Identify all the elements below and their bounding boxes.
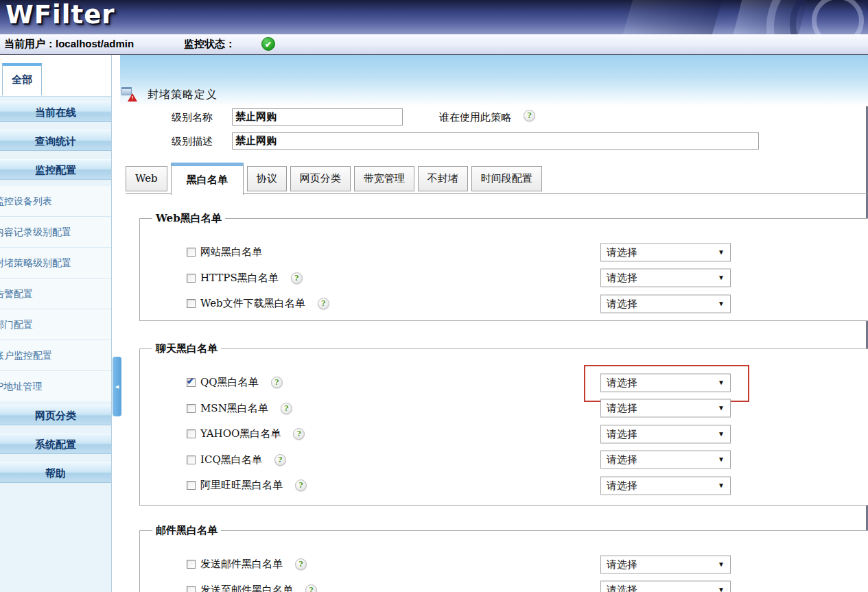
dropdown-arrow-icon: ▼ xyxy=(718,455,725,463)
question-help-icon[interactable]: ? xyxy=(305,584,317,592)
checkbox-aliwangwang-bwlist[interactable] xyxy=(187,481,196,490)
dropdown-select-aliwangwang-bwlist[interactable]: 请选择▼ xyxy=(600,476,731,495)
question-help-icon[interactable]: ? xyxy=(274,454,286,466)
checkbox-label-msn-bwlist: MSN黑白名单 xyxy=(200,402,268,415)
dropdown-select-web-file-download-bwlist[interactable]: 请选择▼ xyxy=(600,294,731,313)
question-help-icon[interactable]: ? xyxy=(318,298,329,309)
level-name-label: 级别名称 xyxy=(172,111,213,124)
who-uses-policy-label: 谁在使用此策略 xyxy=(439,111,511,124)
dropdown-select-msn-bwlist[interactable]: 请选择▼ xyxy=(600,399,731,418)
sidebar-item-query-statistics[interactable]: 查询统计 xyxy=(0,130,111,151)
question-help-icon[interactable]: ? xyxy=(293,428,305,440)
level-name-input[interactable] xyxy=(232,108,403,126)
option-row-msn-bwlist: MSN黑白名单?请选择▼ xyxy=(140,396,868,422)
dropdown-value: 请选择 xyxy=(607,453,637,466)
page-title-band: ! 封堵策略定义 xyxy=(120,55,868,106)
checkbox-label-https-bwlist: HTTPS黑白名单 xyxy=(200,272,279,285)
tab-web-category[interactable]: 网页分类 xyxy=(290,166,351,191)
sidebar-item-monitor-config[interactable]: 监控配置 xyxy=(0,159,111,180)
who-uses-help-icon[interactable]: ? xyxy=(524,110,535,121)
tab-time-period-config[interactable]: 时间段配置 xyxy=(471,166,542,191)
sidebar-tab-all[interactable]: 全部 xyxy=(2,63,42,95)
page-title: 封堵策略定义 xyxy=(148,88,218,102)
dropdown-arrow-icon: ▼ xyxy=(718,560,725,567)
checkbox-yahoo-bwlist[interactable] xyxy=(187,429,196,438)
sidebar-subitem-ip-address-management[interactable]: IP地址管理 xyxy=(0,370,112,401)
top-banner: WFilter xyxy=(0,0,868,34)
monitor-status-label: 监控状态： xyxy=(184,38,235,51)
checkbox-icq-bwlist[interactable] xyxy=(187,455,196,464)
question-help-icon[interactable]: ? xyxy=(281,403,292,414)
dropdown-arrow-icon: ▼ xyxy=(718,274,725,281)
checkbox-label-icq-bwlist: ICQ黑白名单 xyxy=(200,453,262,466)
sidebar-subitem-department-config[interactable]: 部门配置 xyxy=(0,309,112,340)
sidebar-tab-row: 全部 xyxy=(0,55,112,97)
level-desc-input[interactable] xyxy=(232,132,759,150)
fieldset-mail-black-white-list: 邮件黑白名单发送邮件黑白名单?请选择▼发送至邮件黑白名单?请选择▼ xyxy=(139,530,868,592)
wfilter-app: WFilter 当前用户：localhost/admin 监控状态： ✔ 全部 … xyxy=(0,0,868,592)
dropdown-select-send-to-mail-bwlist[interactable]: 请选择▼ xyxy=(600,581,731,592)
checkbox-web-file-download-bwlist[interactable] xyxy=(187,299,196,308)
tab-web[interactable]: Web xyxy=(126,166,167,191)
dropdown-select-yahoo-bwlist[interactable]: 请选择▼ xyxy=(600,425,731,443)
sidebar-subitem-monitor-device-list[interactable]: 监控设备列表 xyxy=(0,186,112,216)
tab-bandwidth-management[interactable]: 带宽管理 xyxy=(354,166,414,191)
dropdown-value: 请选择 xyxy=(607,584,637,592)
dropdown-value: 请选择 xyxy=(607,427,637,440)
dropdown-arrow-icon: ▼ xyxy=(718,378,725,386)
fieldset-legend-mail-black-white-list: 邮件黑白名单 xyxy=(152,524,221,537)
option-row-web-file-download-bwlist: Web文件下载黑白名单?请选择▼ xyxy=(140,291,868,317)
sidebar-primary-menu: 当前在线查询统计监控配置 xyxy=(0,102,111,188)
checkbox-label-aliwangwang-bwlist: 阿里旺旺黑白名单 xyxy=(200,479,283,492)
banner-decoration xyxy=(623,0,722,34)
dropdown-select-website-bwlist[interactable]: 请选择▼ xyxy=(600,243,731,261)
question-help-icon[interactable]: ? xyxy=(295,479,307,491)
dropdown-value: 请选择 xyxy=(607,558,637,571)
sidebar-subitem-content-record-level-config[interactable]: 内容记录级别配置 xyxy=(0,216,112,247)
sections: Web黑白名单网站黑白名单请选择▼HTTPS黑白名单?请选择▼Web文件下载黑白… xyxy=(139,218,868,592)
question-help-icon[interactable]: ? xyxy=(271,377,283,388)
sidebar-item-help[interactable]: 帮助 xyxy=(0,462,111,483)
status-ok-icon: ✔ xyxy=(261,37,275,51)
sidebar-item-system-config[interactable]: 系统配置 xyxy=(0,434,111,454)
option-row-icq-bwlist: ICQ黑白名单?请选择▼ xyxy=(140,447,868,473)
checkbox-label-yahoo-bwlist: YAHOO黑白名单 xyxy=(200,427,281,440)
dropdown-value: 请选择 xyxy=(607,402,637,415)
checkbox-label-send-to-mail-bwlist: 发送至邮件黑白名单 xyxy=(200,584,293,592)
dropdown-value: 请选择 xyxy=(607,246,637,259)
option-row-qq-bwlist: ✔QQ黑白名单?请选择▼ xyxy=(140,370,868,396)
checkbox-send-mail-bwlist[interactable] xyxy=(187,560,196,569)
current-user-label: 当前用户：localhost/admin xyxy=(4,38,134,51)
checkbox-label-qq-bwlist: QQ黑白名单 xyxy=(200,376,259,389)
dropdown-value: 请选择 xyxy=(607,272,637,285)
user-status-bar: 当前用户：localhost/admin 监控状态： ✔ xyxy=(0,34,868,55)
dropdown-arrow-icon: ▼ xyxy=(718,586,725,592)
sidebar-subitem-block-policy-level-config[interactable]: 封堵策略级别配置 xyxy=(0,247,112,278)
checkbox-qq-bwlist[interactable]: ✔ xyxy=(187,378,196,387)
tab-black-white-list[interactable]: 黑白名单 xyxy=(171,163,244,195)
dropdown-select-icq-bwlist[interactable]: 请选择▼ xyxy=(600,451,731,469)
window-icon xyxy=(121,87,132,95)
option-row-website-bwlist: 网站黑白名单请选择▼ xyxy=(140,239,868,265)
dropdown-select-https-bwlist[interactable]: 请选择▼ xyxy=(600,269,731,287)
sidebar-item-web-category[interactable]: 网页分类 xyxy=(0,405,111,425)
checkbox-website-bwlist[interactable] xyxy=(187,248,196,257)
tab-protocol[interactable]: 协议 xyxy=(247,166,287,191)
fieldset-legend-chat-black-white-list: 聊天黑白名单 xyxy=(152,342,221,355)
tab-no-block[interactable]: 不封堵 xyxy=(418,166,468,191)
dropdown-value: 请选择 xyxy=(607,479,637,492)
dropdown-arrow-icon: ▼ xyxy=(718,481,725,488)
level-desc-label: 级别描述 xyxy=(172,135,213,148)
sidebar-subitem-account-monitor-config[interactable]: 账户监控配置 xyxy=(0,340,112,370)
question-help-icon[interactable]: ? xyxy=(291,272,303,284)
question-help-icon[interactable]: ? xyxy=(295,558,307,570)
dropdown-select-qq-bwlist[interactable]: 请选择▼ xyxy=(600,373,731,392)
sidebar-subitem-alert-config[interactable]: 告警配置 xyxy=(0,278,112,309)
checkbox-https-bwlist[interactable] xyxy=(187,274,196,283)
sidebar-item-current-online[interactable]: 当前在线 xyxy=(0,102,111,122)
dropdown-arrow-icon: ▼ xyxy=(718,404,725,412)
checkbox-send-to-mail-bwlist[interactable] xyxy=(187,586,196,592)
tab-bar: Web黑白名单协议网页分类带宽管理不封堵时间段配置 xyxy=(126,163,542,195)
dropdown-select-send-mail-bwlist[interactable]: 请选择▼ xyxy=(600,555,731,573)
checkbox-msn-bwlist[interactable] xyxy=(187,404,196,413)
